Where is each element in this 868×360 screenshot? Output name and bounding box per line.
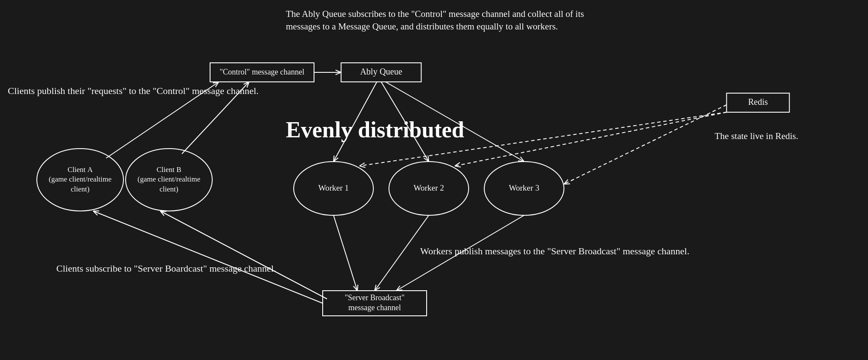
- diagram-canvas: [0, 0, 868, 360]
